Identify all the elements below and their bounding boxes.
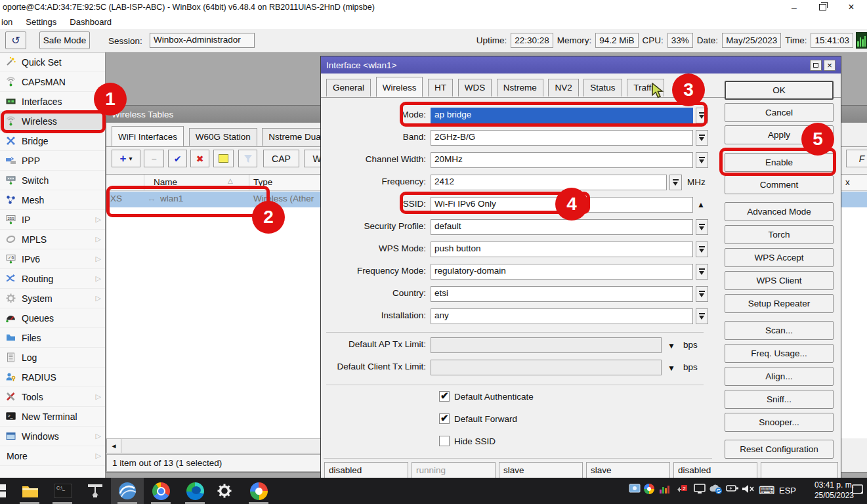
band-dropdown-icon[interactable] — [696, 130, 708, 146]
menu-dashboard[interactable]: Dashboard — [63, 17, 118, 27]
sidebar-item-queues[interactable]: Queues — [0, 308, 105, 328]
channel-width-select[interactable]: 20MHz — [431, 152, 693, 168]
sidebar-item-capsman[interactable]: CAPsMAN — [0, 72, 105, 92]
default-authenticate-checkbox[interactable] — [439, 391, 450, 402]
cancel-button[interactable]: Cancel — [725, 103, 834, 122]
filter-button[interactable] — [238, 150, 257, 167]
advanced-mode-button[interactable]: Advanced Mode — [725, 202, 834, 221]
snooper-button[interactable]: Snooper... — [725, 413, 834, 432]
safe-mode-button[interactable]: Safe Mode — [39, 32, 90, 49]
tab-wifi-interfaces[interactable]: WiFi Interfaces — [112, 126, 184, 146]
tray-browser-icon[interactable] — [644, 484, 654, 494]
scroll-left-icon[interactable]: ◄ — [107, 439, 121, 453]
frequency-mode-select[interactable]: regulatory-domain — [431, 264, 693, 280]
winbox-app-icon[interactable] — [118, 482, 137, 500]
sidebar-item-quick-set[interactable]: Quick Set — [0, 52, 105, 72]
comment-button[interactable] — [213, 150, 234, 167]
ap-tx-down-icon[interactable]: ▼ — [667, 341, 675, 350]
sidebar-item-routing[interactable]: Routing ▷ — [0, 269, 105, 289]
scan-button[interactable]: Scan... — [725, 321, 834, 340]
installation-dropdown-icon[interactable] — [696, 308, 708, 324]
sidebar-item-mpls[interactable]: MPLS ▷ — [0, 230, 105, 249]
tool-utility-icon[interactable] — [86, 482, 104, 500]
sidebar-item-windows[interactable]: Windows ▷ — [0, 427, 105, 446]
security-profile-dropdown-icon[interactable] — [696, 219, 708, 235]
browser-colorful-icon[interactable] — [249, 482, 268, 500]
sidebar-item-new-terminal[interactable]: >_ New Terminal — [0, 407, 105, 427]
installation-select[interactable]: any — [431, 308, 693, 324]
edge-icon[interactable] — [186, 482, 204, 500]
ssid-collapse-icon[interactable]: ▲ — [697, 200, 705, 209]
network-display-icon[interactable] — [693, 484, 706, 496]
country-select[interactable]: etsi — [431, 286, 693, 302]
session-value[interactable]: Winbox-Administrador — [150, 33, 255, 48]
country-dropdown-icon[interactable] — [696, 286, 708, 302]
command-prompt-icon[interactable]: C:\_ — [54, 482, 72, 500]
torch-button[interactable]: Torch — [725, 225, 834, 244]
sidebar-item-interfaces[interactable]: Interfaces — [0, 92, 105, 112]
remove-button[interactable]: − — [144, 150, 164, 167]
align-button[interactable]: Align... — [725, 367, 834, 386]
find-button[interactable]: F — [846, 150, 867, 167]
frequency-input[interactable]: 2412 — [431, 175, 667, 190]
notification-center-icon[interactable] — [852, 484, 865, 497]
freq-usage-button[interactable]: Freq. Usage... — [725, 344, 834, 363]
frequency-dropdown-icon[interactable] — [669, 175, 682, 190]
dialog-restore-icon[interactable] — [810, 60, 822, 71]
update-badge-icon[interactable]: 2 — [675, 484, 688, 497]
comment-button[interactable]: Comment — [725, 175, 834, 194]
reset-configuration-button[interactable]: Reset Configuration — [725, 440, 834, 459]
tab-nv2[interactable]: NV2 — [548, 79, 578, 96]
dialog-close-icon[interactable]: × — [824, 60, 835, 71]
security-profile-select[interactable]: default — [431, 219, 693, 235]
sniff-button[interactable]: Sniff... — [725, 390, 834, 409]
tab-general[interactable]: General — [326, 79, 371, 96]
sidebar-item-log[interactable]: Log — [0, 348, 105, 368]
tab-w60g-station[interactable]: W60G Station — [189, 128, 257, 146]
language-indicator[interactable]: ESP — [779, 486, 796, 495]
settings-gear-icon[interactable] — [215, 482, 234, 500]
tab-nstreme-dual[interactable]: Nstreme Dual — [262, 128, 329, 146]
sidebar-item-ipv6[interactable]: ✓6 IPv6 ▷ — [0, 249, 105, 269]
tab-wds[interactable]: WDS — [458, 79, 492, 96]
cloud-sync-icon[interactable] — [709, 484, 723, 497]
undo-icon[interactable]: ↺ — [5, 32, 26, 49]
minimize-icon[interactable]: – — [788, 2, 801, 12]
keyboard-icon[interactable]: ⌨ — [759, 484, 775, 497]
taskbar-clock[interactable]: 03:41 p. m. 25/05/2023 — [797, 480, 854, 501]
menu-settings[interactable]: Settings — [19, 17, 63, 27]
wps-client-button[interactable]: WPS Client — [725, 271, 834, 290]
wps-mode-dropdown-icon[interactable] — [696, 242, 708, 257]
close-icon[interactable]: × — [845, 1, 858, 13]
sort-icon[interactable]: △ — [228, 177, 233, 184]
default-forward-checkbox[interactable] — [439, 413, 450, 424]
channel-width-dropdown-icon[interactable] — [696, 152, 708, 168]
sidebar-item-tools[interactable]: Tools ▷ — [0, 387, 105, 407]
cap-button[interactable]: CAP — [263, 150, 299, 167]
sidebar-item-radius[interactable]: RADIUS — [0, 368, 105, 387]
sidebar-item-ip[interactable]: 255 IP ▷ — [0, 210, 105, 230]
default-ap-tx-limit-input[interactable] — [431, 337, 662, 353]
sidebar-item-switch[interactable]: Switch — [0, 171, 105, 190]
column-partial[interactable]: x — [845, 177, 850, 187]
setup-repeater-button[interactable]: Setup Repeater — [725, 294, 834, 313]
default-client-tx-limit-input[interactable] — [431, 360, 662, 375]
equalizer-icon[interactable] — [659, 484, 671, 496]
start-button-icon[interactable] — [0, 482, 9, 500]
frequency-mode-dropdown-icon[interactable] — [696, 264, 708, 280]
tab-nstreme[interactable]: Nstreme — [497, 79, 543, 96]
menu-session[interactable]: ion — [0, 17, 19, 27]
tab-wireless[interactable]: Wireless — [376, 77, 423, 97]
wps-accept-button[interactable]: WPS Accept — [725, 248, 834, 267]
client-tx-down-icon[interactable]: ▼ — [667, 364, 675, 373]
sidebar-item-mesh[interactable]: Mesh — [0, 190, 105, 210]
band-select[interactable]: 2GHz-B/G — [431, 130, 693, 146]
enable-button[interactable]: ✔ — [168, 150, 187, 167]
restore-icon[interactable] — [819, 4, 826, 10]
sidebar-item-more[interactable]: More ▷ — [0, 446, 105, 466]
dialog-titlebar[interactable]: Interface <wlan1> × — [321, 56, 841, 74]
disable-button[interactable]: ✖ — [190, 150, 209, 167]
chrome-icon[interactable] — [152, 482, 170, 500]
wps-mode-select[interactable]: push button — [431, 242, 693, 257]
file-explorer-icon[interactable] — [21, 482, 39, 500]
